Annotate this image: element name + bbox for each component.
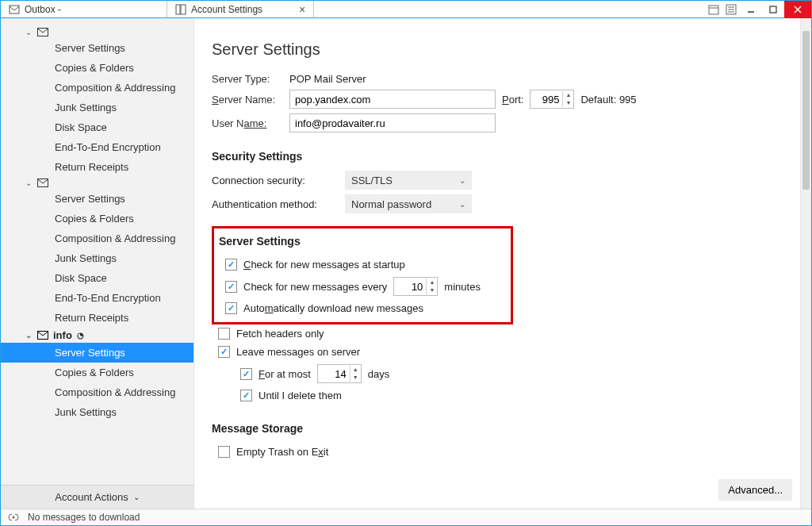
default-port-label: Default: 995 — [580, 94, 636, 106]
tab-outbox[interactable]: Outbox - — [1, 1, 167, 17]
checkbox-auto-download[interactable] — [225, 302, 237, 314]
checkbox-startup-label: Check for new messages at startup — [243, 259, 405, 271]
sidebar-item[interactable]: End-To-End Encryption — [1, 288, 193, 308]
sidebar-item[interactable]: Return Receipts — [1, 308, 193, 328]
checkbox-until-delete[interactable] — [240, 390, 252, 401]
chevron-down-icon: ⌄ — [25, 331, 33, 340]
checkbox-at-most[interactable] — [240, 368, 252, 380]
envelope-icon — [37, 179, 48, 187]
sidebar-item[interactable]: Junk Settings — [1, 248, 193, 268]
activity-icon — [7, 513, 20, 522]
connection-security-label: Connection security: — [212, 175, 339, 186]
sidebar-item-server-settings[interactable]: Server Settings — [1, 343, 193, 363]
sidebar-item[interactable]: Junk Settings — [1, 98, 193, 117]
sidebar-item[interactable]: Disk Space — [1, 268, 193, 288]
window-minimize[interactable] — [740, 1, 762, 18]
sidebar-item[interactable]: Composition & Addressing — [1, 382, 193, 402]
spin-down-icon[interactable]: ▼ — [563, 99, 573, 107]
account-header-info[interactable]: ⌄ info ◔ — [1, 328, 193, 343]
statusbar: No messages to download — [1, 509, 811, 525]
connection-security-value: SSL/TLS — [351, 175, 393, 186]
svg-point-16 — [13, 516, 15, 519]
account-actions-label: Account Actions — [55, 491, 128, 503]
auth-method-value: Normal password — [351, 198, 431, 210]
sidebar-item[interactable]: Server Settings — [1, 38, 193, 58]
security-settings-header: Security Settings — [212, 150, 783, 163]
sidebar-item[interactable]: Copies & Folders — [1, 209, 193, 228]
sidebar-item[interactable]: End-To-End Encryption — [1, 137, 193, 157]
connection-security-select[interactable]: SSL/TLS ⌄ — [345, 171, 472, 190]
checkbox-startup[interactable] — [225, 259, 237, 271]
spin-up-icon[interactable]: ▲ — [427, 278, 437, 286]
sidebar-item[interactable]: Junk Settings — [1, 402, 193, 422]
spin-down-icon[interactable]: ▼ — [350, 374, 361, 382]
at-most-stepper[interactable]: ▲▼ — [317, 364, 362, 383]
account-actions-button[interactable]: Account Actions ⌄ — [1, 485, 193, 509]
port-label: Port: — [502, 94, 523, 106]
check-every-stepper[interactable]: ▲▼ — [393, 277, 438, 296]
svg-rect-1 — [176, 5, 180, 14]
sidebar-item[interactable]: Disk Space — [1, 117, 193, 137]
server-settings-header: Server Settings — [219, 235, 506, 248]
at-most-label: For at most — [259, 368, 311, 380]
checkbox-empty-trash[interactable] — [218, 446, 230, 458]
checkbox-leave-on-server[interactable] — [218, 346, 230, 358]
server-name-input[interactable] — [289, 90, 496, 109]
user-name-input[interactable] — [289, 113, 496, 132]
chevron-down-icon: ⌄ — [133, 493, 140, 501]
auth-method-label: Authentication method: — [212, 198, 339, 210]
sidebar-item[interactable]: Composition & Addressing — [1, 228, 193, 248]
server-type-label: Server Type: — [212, 73, 283, 85]
server-type-value: POP Mail Server — [289, 73, 366, 85]
auth-method-select[interactable]: Normal password ⌄ — [345, 194, 472, 213]
chevron-down-icon: ⌄ — [25, 28, 33, 36]
checkbox-auto-download-label: Automatically download new messages — [243, 302, 423, 314]
user-name-label: User Name: — [212, 117, 283, 129]
highlight-box: Server Settings Check for new messages a… — [212, 226, 513, 324]
svg-rect-3 — [709, 6, 718, 14]
tab-settings-label: Account Settings — [191, 4, 262, 15]
at-most-days-label: days — [368, 368, 389, 380]
sidebar-item[interactable]: Copies & Folders — [1, 363, 193, 382]
tasks-icon[interactable] — [722, 1, 740, 18]
close-icon[interactable]: × — [299, 3, 305, 16]
sidebar-item[interactable]: Return Receipts — [1, 157, 193, 177]
rss-icon: ◔ — [77, 331, 84, 340]
checkbox-check-every[interactable] — [225, 281, 237, 293]
svg-rect-2 — [181, 5, 186, 14]
svg-rect-0 — [10, 6, 19, 13]
port-input[interactable] — [530, 90, 562, 108]
chevron-down-icon: ⌄ — [459, 176, 465, 185]
chevron-down-icon: ⌄ — [459, 200, 465, 209]
scrollbar[interactable] — [800, 18, 811, 509]
sidebar-item[interactable]: Server Settings — [1, 189, 193, 209]
sidebar-item[interactable]: Composition & Addressing — [1, 78, 193, 98]
check-every-label-pre: Check for new messages every — [243, 281, 387, 293]
spin-down-icon[interactable]: ▼ — [427, 286, 437, 294]
content-pane: Server Settings Server Type: POP Mail Se… — [194, 18, 800, 509]
settings-panel-icon — [175, 4, 186, 15]
page-title: Server Settings — [212, 40, 783, 59]
check-every-input[interactable] — [394, 278, 426, 295]
window-maximize[interactable] — [762, 1, 784, 18]
checkbox-fetch-headers-label: Fetch headers only — [236, 328, 324, 340]
port-stepper[interactable]: ▲▼ — [530, 90, 574, 109]
tab-account-settings[interactable]: Account Settings × — [167, 1, 314, 17]
spin-up-icon[interactable]: ▲ — [563, 91, 573, 99]
advanced-button[interactable]: Advanced... — [718, 479, 792, 501]
status-text: No messages to download — [28, 512, 140, 523]
calendar-icon[interactable] — [705, 1, 722, 18]
account-header-1[interactable]: ⌄ — [1, 26, 193, 38]
checkbox-empty-trash-label: Empty Trash on Exit — [236, 446, 328, 458]
envelope-icon — [37, 331, 48, 340]
window-close[interactable] — [784, 1, 811, 18]
sidebar-item[interactable]: Copies & Folders — [1, 58, 193, 78]
checkbox-fetch-headers[interactable] — [218, 328, 230, 340]
account-label: info — [53, 329, 72, 341]
account-header-2[interactable]: ⌄ — [1, 177, 193, 189]
chevron-down-icon: ⌄ — [25, 179, 33, 187]
titlebar: Outbox - Account Settings × — [1, 1, 811, 18]
spin-up-icon[interactable]: ▲ — [350, 366, 361, 374]
at-most-input[interactable] — [318, 365, 350, 382]
tab-outbox-label: Outbox - — [25, 4, 61, 15]
